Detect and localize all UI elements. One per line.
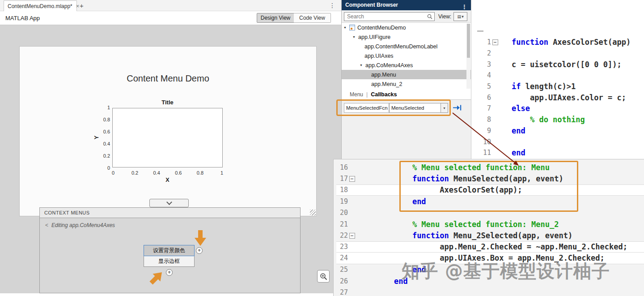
line-number: 18 [336,186,348,194]
line-number: 27 [336,288,348,296]
context-menus-header[interactable]: CONTEXT MENUS [39,207,301,218]
code-fold-toggle[interactable]: − [348,176,356,182]
tree-item-menu-2[interactable]: app.Menu_2 [342,79,471,89]
line-number: 6 [475,94,491,102]
code-line[interactable]: 11end [475,147,644,159]
line-number: 25 [336,266,348,274]
code-line[interactable]: 27 [336,287,644,296]
tree-item-label-component[interactable]: app.ContentMenuDemoLabel [342,42,471,51]
code-editor-function[interactable]: 1−function AxesColorSet(app)23c = uisetc… [471,0,644,159]
code-line[interactable]: 8 % do nothing [475,114,644,125]
editing-label: Editing app.CoMenu4Axes [51,222,115,228]
go-to-callback-button[interactable] [453,104,462,113]
design-view-button[interactable]: Design View [257,13,294,23]
line-number: 17 [336,175,348,183]
tree-item-label: app.UIAxes [364,53,394,59]
code-fold-toggle[interactable]: − [348,233,356,239]
kebab-menu-icon[interactable]: ⋮ [329,2,335,9]
code-line[interactable]: 20 [336,207,644,219]
tree-item-menu[interactable]: app.Menu [342,70,471,79]
uiaxes[interactable] [112,108,223,167]
panel-title-text: Component Browser [345,2,398,8]
line-number: 2 [475,49,491,57]
y-tick: 0.2 [103,153,110,159]
tab-separator: | [366,91,368,98]
callback-value-combobox[interactable]: MenuSelected [389,103,441,113]
new-tab-button[interactable]: + [80,2,84,9]
resize-grip-icon[interactable] [310,210,316,215]
tree-item-label: ContentMenuDemo [357,25,406,31]
expand-arrow-icon[interactable]: ▼ [343,26,349,29]
code-line[interactable]: 6 app.UIAxes.Color = c; [475,92,644,103]
context-menu-anchor-dropdown[interactable] [149,199,189,207]
close-tab-icon[interactable]: × [76,3,80,9]
line-number: 9 [475,127,491,135]
tree-item-uiaxes[interactable]: app.UIAxes [342,51,471,60]
context-menus-body: <Editing app.CoMenu4Axes 设置背景颜色 显示边框 + + [39,218,301,293]
combobox-dropdown-button[interactable]: ▾ [441,103,448,113]
scrollbar-dash [477,30,483,32]
line-number: 22 [336,232,348,240]
design-canvas: Content Menu Demo Title 1 0.8 0.6 0.4 0.… [0,25,341,293]
code-line[interactable]: 17− function MenuSelected(app, event) [336,173,644,184]
code-line[interactable]: 10 [475,136,644,147]
tab-callbacks[interactable]: Callbacks [371,91,397,98]
watermark: 知乎 @基于模型设计柚子 [402,259,610,283]
code-line[interactable]: 21 % Menu selected function: Menu_2 [336,219,644,230]
editing-breadcrumb[interactable]: <Editing app.CoMenu4Axes [45,222,115,228]
code-line[interactable]: 7else [475,103,644,114]
context-menu-item[interactable]: 显示边框 [144,256,195,267]
app-type-label: MATLAB App [5,15,40,21]
code-line[interactable]: 1−function AxesColorSet(app) [475,37,644,48]
tree-item-comenu4axes[interactable]: ▼ app.CoMenu4Axes [342,60,471,70]
axes-title: Title [112,99,223,106]
code-line[interactable]: 19 end [336,196,644,207]
code-line[interactable]: 22− function Menu_2Selected(app, event) [336,230,644,241]
code-line[interactable]: 16 % Menu selected function: Menu [336,162,644,173]
context-menu-preview: 设置背景颜色 显示边框 [144,245,195,267]
uifigure-preview[interactable]: Content Menu Demo Title 1 0.8 0.6 0.4 0.… [19,46,317,216]
code-line[interactable]: 23 app.Menu_2.Checked = ~app.Menu_2.Chec… [336,241,644,253]
code-line[interactable]: 2 [475,48,644,59]
tab-menu[interactable]: Menu [350,91,363,98]
code-line[interactable]: 9end [475,125,644,137]
group-view-icon: ▤ [458,14,462,19]
y-tick: 0.6 [103,129,110,134]
code-line[interactable]: 3c = uisetcolor([0 0 0]); [475,59,644,70]
expand-arrow-icon[interactable]: ▼ [352,35,358,39]
y-tick: 1 [107,105,110,110]
line-number: 16 [336,163,348,172]
callback-name-cell[interactable]: MenuSelectedFcn [344,103,389,113]
line-number: 11 [475,149,491,157]
code-view-button[interactable]: Code View [294,13,331,23]
search-icon [427,14,432,19]
expand-arrow-icon[interactable]: ▼ [360,64,365,67]
search-row: View: ▤▾ [342,10,471,23]
chevron-down-icon [166,199,172,205]
document-tab-label: ContentMenuDemo.mlapp* [8,3,72,9]
code-line[interactable]: 4 [475,70,644,81]
search-input[interactable] [346,13,427,20]
context-menu-item[interactable]: 设置背景颜色 [144,245,195,256]
line-number: 19 [336,197,348,206]
y-tick: 0.4 [103,141,110,146]
search-box[interactable] [344,12,435,21]
figure-title-label[interactable]: Content Menu Demo [20,73,316,84]
app-icon [349,25,355,30]
code-line[interactable]: 18 AxesColorSet(app); [336,184,644,196]
line-number: 23 [336,243,348,251]
add-menu-item-button[interactable]: + [196,247,203,254]
tree-item-uifigure[interactable]: ▼ app.UIFigure [342,32,471,42]
document-tab[interactable]: ContentMenuDemo.mlapp* × [4,0,77,11]
line-number: 4 [475,71,491,79]
tree-item-contentmenudemo[interactable]: ▼ ContentMenuDemo [342,23,471,32]
scrollbar-thumb[interactable] [467,24,470,58]
add-menu-item-button[interactable]: + [166,269,173,276]
view-mode-dropdown[interactable]: ▤▾ [453,12,467,21]
tree-scrollbar[interactable] [466,24,470,89]
back-chevron-icon[interactable]: < [45,222,48,228]
code-fold-toggle[interactable]: − [491,39,499,45]
app-toolbar: MATLAB App Design View Code View [0,11,341,25]
zoom-in-button[interactable] [317,270,330,283]
code-line[interactable]: 5if length(c)>1 [475,81,644,92]
